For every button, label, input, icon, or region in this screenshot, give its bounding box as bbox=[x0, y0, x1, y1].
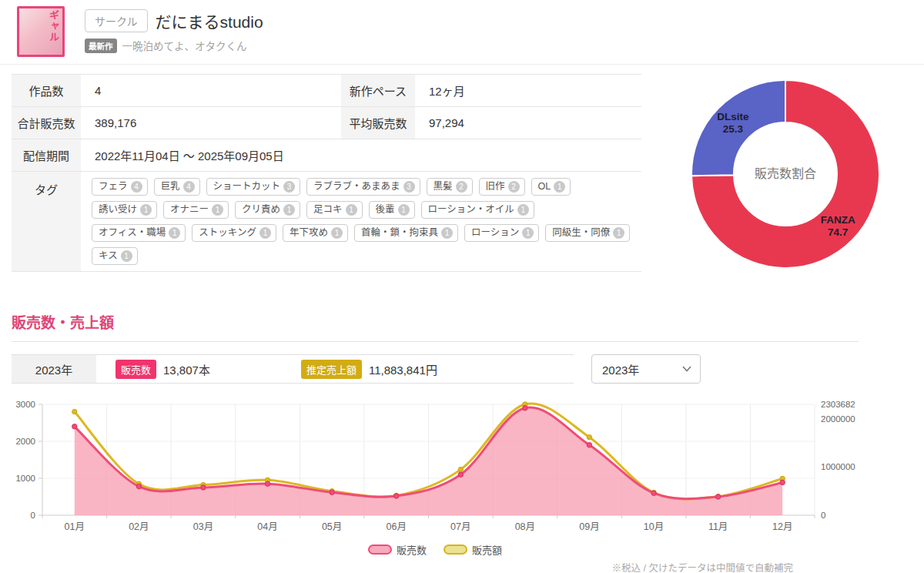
revenue-point bbox=[458, 467, 463, 471]
tag[interactable]: 足コキ1 bbox=[306, 201, 363, 219]
table-row: 作品数 4 新作ペース 12ヶ月 bbox=[12, 75, 641, 107]
latest-work-title: 一晩泊めてよ、オタクくん bbox=[122, 38, 247, 53]
total-sales-label: 合計販売数 bbox=[12, 107, 81, 139]
tag-count-badge: 1 bbox=[517, 204, 529, 216]
tag-count-badge: 1 bbox=[346, 204, 357, 216]
tag[interactable]: 首輪・鎖・拘束具1 bbox=[354, 224, 458, 242]
sales-point bbox=[715, 494, 720, 499]
sales-point bbox=[780, 480, 785, 484]
left-axis-label: 0 bbox=[31, 511, 35, 520]
circle-name: だにまるstudio bbox=[156, 9, 263, 32]
tag-count-badge: 1 bbox=[212, 204, 223, 216]
total-sales-value: 389,176 bbox=[81, 107, 341, 139]
table-row: タグ フェラ4巨乳4ショートカット3ラブラブ・あまあま3黒髪2旧作2OL1誘い受… bbox=[12, 172, 641, 272]
section-title: 販売数・売上額 bbox=[12, 311, 924, 332]
left-axis-label: 1000 bbox=[15, 474, 35, 483]
tag[interactable]: フェラ4 bbox=[92, 178, 148, 196]
sales-count-badge: 販売数 bbox=[116, 360, 156, 379]
tag-count-badge: 1 bbox=[554, 181, 565, 193]
tag-count-badge: 3 bbox=[403, 181, 415, 193]
tag-count-badge: 4 bbox=[131, 181, 142, 193]
tag[interactable]: ストッキング1 bbox=[192, 224, 276, 242]
tag[interactable]: オナニー1 bbox=[163, 201, 229, 219]
chevron-down-icon bbox=[682, 366, 691, 372]
period-label: 配信期間 bbox=[12, 139, 81, 172]
tag[interactable]: キス1 bbox=[92, 247, 138, 265]
legend-item[interactable]: 販売数 bbox=[368, 542, 427, 557]
average-sales-label: 平均販売数 bbox=[341, 107, 415, 139]
year-label: 2023年 bbox=[12, 355, 96, 383]
line-chart-svg: 0100020003000010000002000000230368201月02… bbox=[12, 394, 859, 538]
circle-type-badge: サークル bbox=[85, 9, 148, 32]
tag[interactable]: ラブラブ・あまあま3 bbox=[306, 178, 420, 196]
tag-count-badge: 1 bbox=[441, 227, 453, 239]
legend-item[interactable]: 販売額 bbox=[444, 542, 502, 557]
year-select-dropdown[interactable]: 2023年 bbox=[591, 354, 701, 384]
right-axis-label: 2000000 bbox=[821, 414, 855, 424]
tag[interactable]: 巨乳4 bbox=[154, 178, 200, 196]
sales-point bbox=[394, 494, 399, 498]
tag[interactable]: 旧作2 bbox=[479, 178, 525, 196]
tag[interactable]: OL1 bbox=[531, 178, 571, 196]
legend-label: 販売額 bbox=[472, 542, 502, 557]
month-label: 10月 bbox=[644, 521, 664, 532]
right-axis-label: 2303682 bbox=[821, 400, 855, 409]
sales-point bbox=[201, 485, 206, 490]
tag-count-badge: 4 bbox=[183, 181, 195, 193]
tag[interactable]: ローション1 bbox=[464, 224, 539, 242]
tag-count-badge: 1 bbox=[140, 204, 152, 216]
month-label: 12月 bbox=[772, 521, 792, 532]
right-axis-label: 0 bbox=[821, 511, 825, 520]
right-axis-label: 1000000 bbox=[821, 462, 855, 471]
tag-count-badge: 1 bbox=[613, 227, 624, 239]
tag[interactable]: 年下攻め1 bbox=[283, 224, 348, 242]
month-label: 11月 bbox=[708, 521, 728, 532]
chart-legend: 販売数販売額 bbox=[12, 542, 859, 557]
tags-label: タグ bbox=[12, 172, 81, 272]
section-divider bbox=[12, 341, 859, 342]
tag-count-badge: 1 bbox=[331, 227, 343, 239]
month-label: 01月 bbox=[65, 521, 85, 532]
legend-swatch bbox=[444, 545, 467, 555]
tag[interactable]: ローション・オイル1 bbox=[421, 201, 534, 219]
sales-point bbox=[587, 443, 591, 447]
latest-work-badge: 最新作 bbox=[85, 39, 117, 53]
average-sales-value: 97,294 bbox=[415, 107, 641, 139]
period-value: 2022年11月04日 ～ 2025年09月05日 bbox=[81, 139, 641, 172]
sales-point bbox=[523, 406, 527, 410]
tag[interactable]: オフィス・職場1 bbox=[92, 224, 186, 242]
tag[interactable]: クリ責め1 bbox=[235, 201, 300, 219]
tag-count-badge: 3 bbox=[283, 181, 295, 193]
legend-swatch bbox=[368, 545, 392, 555]
sales-count-value: 13,807本 bbox=[163, 361, 210, 377]
left-axis-label: 2000 bbox=[15, 437, 35, 446]
tag-count-badge: 2 bbox=[456, 181, 467, 193]
tag[interactable]: 黒髪2 bbox=[427, 178, 473, 196]
month-label: 07月 bbox=[450, 521, 470, 532]
works-count-value: 4 bbox=[81, 75, 341, 107]
tag[interactable]: ショートカット3 bbox=[206, 178, 301, 196]
tag[interactable]: 誘い受け1 bbox=[92, 201, 157, 219]
tag[interactable]: 後輩1 bbox=[369, 201, 415, 219]
sales-point bbox=[651, 491, 656, 495]
left-axis-label: 3000 bbox=[15, 400, 35, 409]
donut-chart-svg: FANZA74.7DLsite25.3販売数割合 bbox=[678, 74, 892, 283]
sales-point bbox=[265, 481, 270, 486]
chart-footnote: ※税込 / 欠けたデータは中間値で自動補完 bbox=[12, 560, 859, 573]
sales-point bbox=[458, 472, 463, 477]
tag-list: フェラ4巨乳4ショートカット3ラブラブ・あまあま3黒髪2旧作2OL1誘い受け1オ… bbox=[92, 178, 634, 265]
tag-count-badge: 2 bbox=[508, 181, 520, 193]
month-label: 09月 bbox=[579, 521, 599, 532]
year-stats-bar: 2023年 販売数 13,807本 推定売上額 11,883,841円 bbox=[12, 354, 574, 384]
monthly-sales-chart: 0100020003000010000002000000230368201月02… bbox=[12, 394, 859, 573]
tag-count-badge: 1 bbox=[283, 204, 295, 216]
table-row: 合計販売数 389,176 平均販売数 97,294 bbox=[12, 107, 641, 139]
donut-center-label: 販売数割合 bbox=[755, 167, 816, 180]
tag[interactable]: 同級生・同僚1 bbox=[545, 224, 630, 242]
sales-point bbox=[330, 490, 334, 494]
circle-avatar: ギャル bbox=[17, 6, 65, 57]
circle-stats-table: 作品数 4 新作ペース 12ヶ月 合計販売数 389,176 平均販売数 97,… bbox=[12, 74, 641, 272]
sales-point bbox=[72, 424, 77, 429]
avatar-text: ギャル bbox=[46, 10, 61, 42]
sales-point bbox=[136, 484, 141, 488]
